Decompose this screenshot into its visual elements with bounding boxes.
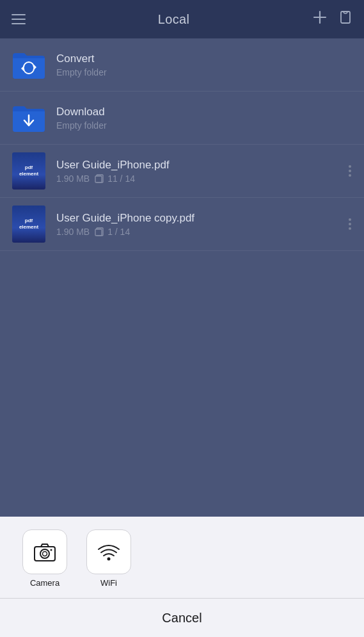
camera-action[interactable]: Camera bbox=[19, 529, 70, 588]
folder-download-name: Download bbox=[56, 106, 354, 118]
more-button-1[interactable] bbox=[346, 160, 354, 182]
pages-icon bbox=[95, 174, 105, 183]
list-item[interactable]: Download Empty folder bbox=[0, 92, 364, 145]
pdf-2-size: 1.90 MB bbox=[56, 227, 90, 237]
svg-point-12 bbox=[43, 552, 47, 556]
camera-icon-box bbox=[22, 529, 67, 574]
add-icon bbox=[313, 10, 327, 24]
add-button[interactable] bbox=[313, 10, 327, 28]
folder-convert-icon bbox=[10, 46, 47, 83]
header-actions bbox=[313, 10, 352, 28]
pdf-2-details: User Guide_iPhone copy.pdf 1.90 MB 1 / 1… bbox=[56, 212, 346, 237]
pdf-1-name: User Guide_iPhone.pdf bbox=[56, 159, 346, 172]
list-item[interactable]: pdfelement User Guide_iPhone copy.pdf 1.… bbox=[0, 198, 364, 251]
pages-icon bbox=[95, 227, 105, 236]
camera-icon bbox=[33, 542, 56, 562]
folder-icon bbox=[12, 102, 46, 133]
bottom-actions: Camera WiFi bbox=[0, 517, 364, 599]
svg-rect-7 bbox=[95, 176, 102, 182]
svg-point-13 bbox=[51, 549, 52, 551]
folder-convert-subtitle: Empty folder bbox=[56, 67, 354, 77]
pdf-2-name: User Guide_iPhone copy.pdf bbox=[56, 212, 346, 225]
wifi-label: WiFi bbox=[100, 578, 117, 588]
clipboard-icon bbox=[338, 10, 352, 24]
folder-download-details: Download Empty folder bbox=[56, 106, 354, 131]
wifi-icon bbox=[97, 542, 120, 562]
camera-label: Camera bbox=[30, 578, 59, 588]
pdf-thumb-1: pdfelement bbox=[10, 152, 47, 189]
pdf-2-sub: 1.90 MB 1 / 14 bbox=[56, 227, 346, 237]
pdf-1-size: 1.90 MB bbox=[56, 173, 90, 184]
svg-point-14 bbox=[107, 558, 111, 561]
more-button-2[interactable] bbox=[346, 213, 354, 235]
share-button[interactable] bbox=[338, 10, 352, 28]
cancel-button[interactable]: Cancel bbox=[0, 599, 364, 637]
menu-icon bbox=[12, 14, 26, 24]
pdf-1-sub: 1.90 MB 11 / 14 bbox=[56, 173, 346, 184]
file-list: Convert Empty folder Download Empty fold… bbox=[0, 38, 364, 517]
pdf-1-pages: 11 / 14 bbox=[95, 173, 135, 184]
list-item[interactable]: Convert Empty folder bbox=[0, 38, 364, 92]
header: Local bbox=[0, 0, 364, 38]
folder-download-icon bbox=[10, 99, 47, 136]
menu-button[interactable] bbox=[12, 14, 35, 24]
folder-convert-details: Convert Empty folder bbox=[56, 52, 354, 77]
page-title: Local bbox=[158, 12, 189, 27]
pdf-2-pages: 1 / 14 bbox=[95, 227, 130, 237]
cancel-label: Cancel bbox=[162, 611, 202, 625]
bottom-sheet: Camera WiFi Cancel bbox=[0, 517, 364, 637]
svg-point-11 bbox=[40, 549, 49, 558]
folder-convert-name: Convert bbox=[56, 52, 354, 65]
folder-icon bbox=[12, 49, 46, 80]
wifi-icon-box bbox=[86, 529, 131, 574]
folder-download-subtitle: Empty folder bbox=[56, 120, 354, 131]
wifi-action[interactable]: WiFi bbox=[83, 529, 134, 588]
list-item[interactable]: pdfelement User Guide_iPhone.pdf 1.90 MB… bbox=[0, 145, 364, 198]
pdf-thumb-2: pdfelement bbox=[10, 206, 47, 243]
svg-rect-9 bbox=[95, 229, 102, 236]
pdf-1-details: User Guide_iPhone.pdf 1.90 MB 11 / 14 bbox=[56, 159, 346, 184]
